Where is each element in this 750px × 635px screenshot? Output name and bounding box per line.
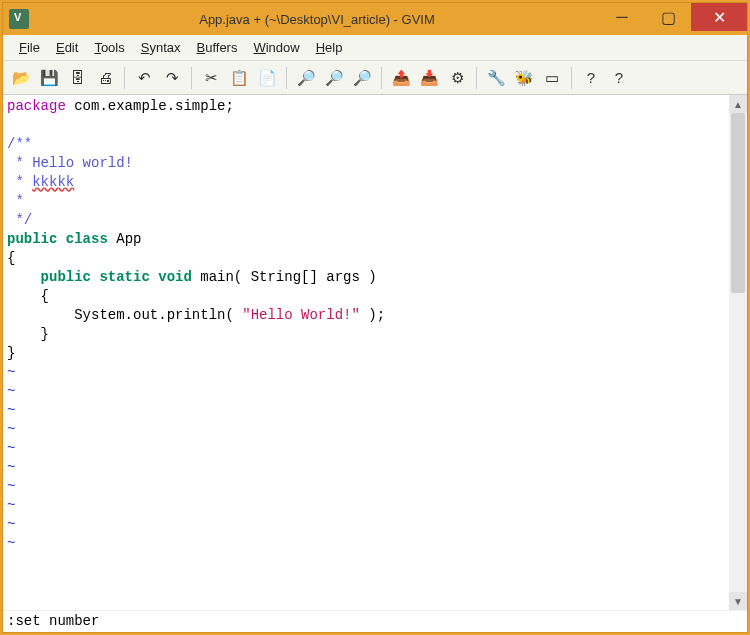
stmt-print: System.out.println( <box>7 307 242 323</box>
undo-icon[interactable]: ↶ <box>132 66 156 90</box>
keyword-public-static-void: public static void <box>41 269 192 285</box>
toolbar: 📂 💾 🗄 🖨 ↶ ↷ ✂ 📋 📄 🔎 🔎 🔎 📤 📥 ⚙ 🔧 🐝 ▭ ? ? <box>3 61 747 95</box>
window-title: App.java + (~\Desktop\VI_article) - GVIM <box>35 12 599 27</box>
menu-window[interactable]: Window <box>245 37 307 58</box>
empty-line-tilde: ~ <box>7 383 15 399</box>
empty-line-tilde: ~ <box>7 364 15 380</box>
toolbar-separator <box>571 67 572 89</box>
gvim-window: App.java + (~\Desktop\VI_article) - GVIM… <box>2 2 748 633</box>
empty-line-tilde: ~ <box>7 459 15 475</box>
make-icon[interactable]: 🔧 <box>484 66 508 90</box>
paste-icon[interactable]: 📄 <box>255 66 279 90</box>
empty-line-tilde: ~ <box>7 402 15 418</box>
menu-tools[interactable]: Tools <box>86 37 132 58</box>
findnext-icon[interactable]: 🔎 <box>322 66 346 90</box>
titlebar[interactable]: App.java + (~\Desktop\VI_article) - GVIM… <box>3 3 747 35</box>
minimize-button[interactable]: ─ <box>599 3 645 31</box>
comment-line: * kkkkk <box>7 174 74 190</box>
scroll-up-icon[interactable]: ▲ <box>729 95 747 113</box>
brace: } <box>7 326 49 342</box>
spell-error: kkkkk <box>32 174 74 190</box>
app-icon <box>9 9 29 29</box>
scroll-down-icon[interactable]: ▼ <box>729 592 747 610</box>
scroll-thumb[interactable] <box>731 113 745 293</box>
keyword-public-class: public class <box>7 231 108 247</box>
maximize-button[interactable]: ▢ <box>645 3 691 31</box>
brace: { <box>7 288 49 304</box>
toolbar-separator <box>381 67 382 89</box>
find-icon[interactable]: 🔎 <box>294 66 318 90</box>
findhelp-icon[interactable]: ? <box>607 66 631 90</box>
string-literal: "Hello World!" <box>242 307 360 323</box>
save-icon[interactable]: 💾 <box>37 66 61 90</box>
window-controls: ─ ▢ ✕ <box>599 3 747 35</box>
open-icon[interactable]: 📂 <box>9 66 33 90</box>
empty-line-tilde: ~ <box>7 535 15 551</box>
comment-line: * <box>7 193 24 209</box>
toolbar-separator <box>191 67 192 89</box>
editor-area: package com.example.simple; /** * Hello … <box>3 95 747 610</box>
menu-file[interactable]: File <box>11 37 48 58</box>
redo-icon[interactable]: ↷ <box>160 66 184 90</box>
vertical-scrollbar[interactable]: ▲ ▼ <box>729 95 747 610</box>
comment-close: */ <box>7 212 32 228</box>
copy-icon[interactable]: 📋 <box>227 66 251 90</box>
empty-line-tilde: ~ <box>7 440 15 456</box>
help-icon[interactable]: ? <box>579 66 603 90</box>
runscript-icon[interactable]: ⚙ <box>445 66 469 90</box>
comment-open: /** <box>7 136 32 152</box>
findprev-icon[interactable]: 🔎 <box>350 66 374 90</box>
brace: { <box>7 250 15 266</box>
brace: } <box>7 345 15 361</box>
shell-icon[interactable]: 🐝 <box>512 66 536 90</box>
command-line[interactable]: :set number <box>3 610 747 632</box>
stmt-end: ); <box>360 307 385 323</box>
empty-line-tilde: ~ <box>7 421 15 437</box>
loadsession-icon[interactable]: 📤 <box>389 66 413 90</box>
menu-buffers[interactable]: Buffers <box>188 37 245 58</box>
print-icon[interactable]: 🖨 <box>93 66 117 90</box>
toolbar-separator <box>286 67 287 89</box>
tags-icon[interactable]: ▭ <box>540 66 564 90</box>
method-sig: main( String[] args ) <box>192 269 377 285</box>
menu-edit[interactable]: Edit <box>48 37 86 58</box>
saveall-icon[interactable]: 🗄 <box>65 66 89 90</box>
cut-icon[interactable]: ✂ <box>199 66 223 90</box>
code-text: com.example.simple; <box>66 98 234 114</box>
savesession-icon[interactable]: 📥 <box>417 66 441 90</box>
scroll-track[interactable] <box>729 113 747 592</box>
menubar: File Edit Tools Syntax Buffers Window He… <box>3 35 747 61</box>
comment-line: * Hello world! <box>7 155 133 171</box>
class-name: App <box>108 231 142 247</box>
close-button[interactable]: ✕ <box>691 3 747 31</box>
menu-help[interactable]: Help <box>308 37 351 58</box>
code-editor[interactable]: package com.example.simple; /** * Hello … <box>3 95 729 610</box>
keyword-package: package <box>7 98 66 114</box>
toolbar-separator <box>124 67 125 89</box>
menu-syntax[interactable]: Syntax <box>133 37 189 58</box>
toolbar-separator <box>476 67 477 89</box>
empty-line-tilde: ~ <box>7 497 15 513</box>
empty-line-tilde: ~ <box>7 478 15 494</box>
empty-line-tilde: ~ <box>7 516 15 532</box>
